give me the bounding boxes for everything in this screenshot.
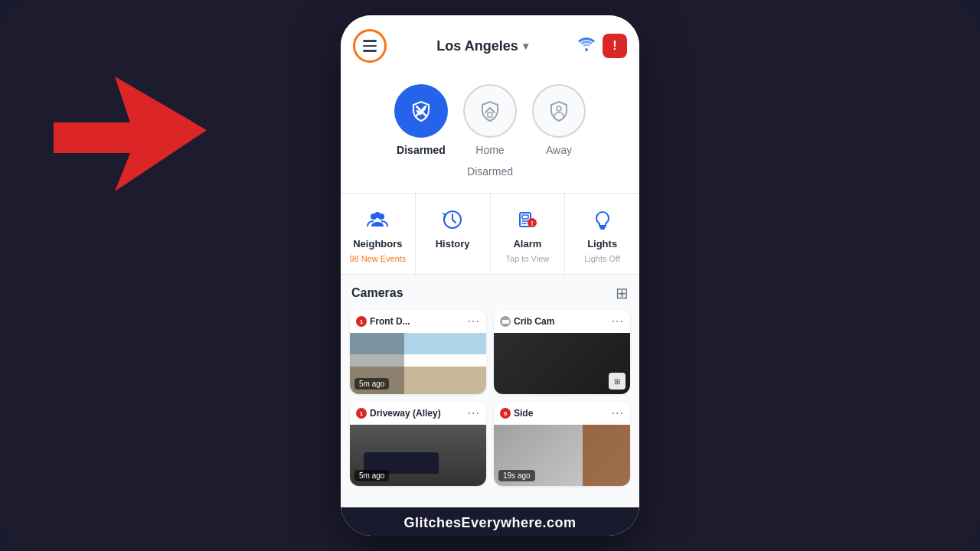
camera-driveway-thumb: 5m ago xyxy=(350,425,486,486)
camera-overlay-icon: ⊞ xyxy=(609,373,626,390)
location-text: Los Angeles xyxy=(436,38,518,54)
side-fence xyxy=(583,425,630,486)
cameras-grid: 1 Front D... ··· 5m ago xyxy=(350,310,630,486)
grid-view-icon[interactable]: ⊞ xyxy=(616,284,629,302)
quick-actions-bar: Neighbors 98 New Events History xyxy=(341,194,639,275)
alarm-icon: ! xyxy=(514,206,541,233)
front-door-time: 5m ago xyxy=(354,378,389,390)
menu-line-3 xyxy=(363,50,377,52)
away-circle xyxy=(532,84,586,138)
mode-away[interactable]: Away xyxy=(532,84,586,156)
svg-point-10 xyxy=(374,212,381,218)
camera-front-door-header: 1 Front D... ··· xyxy=(350,310,486,333)
svg-point-7 xyxy=(557,106,561,111)
camera-driveway[interactable]: 1 Driveway (Alley) ··· 5m ago xyxy=(350,402,486,486)
driveway-time: 5m ago xyxy=(354,470,389,481)
side-time: 19s ago xyxy=(498,470,535,481)
camera-driveway-name-row: 1 Driveway (Alley) xyxy=(356,408,441,419)
history-icon xyxy=(439,206,466,233)
svg-rect-6 xyxy=(488,112,492,117)
phone-frame: Los Angeles ▾ ! xyxy=(341,15,639,536)
camera-crib-cam-dot xyxy=(500,316,511,327)
hamburger-icon xyxy=(363,40,377,52)
header-icons: ! xyxy=(578,34,627,58)
svg-point-1 xyxy=(585,48,588,51)
camera-side-dot: 9 xyxy=(500,408,511,419)
menu-button[interactable] xyxy=(353,29,387,63)
history-action[interactable]: History xyxy=(416,194,491,274)
camera-front-door-thumb: 5m ago xyxy=(350,333,486,394)
camera-crib-cam[interactable]: Crib Cam ··· ⊞ xyxy=(494,310,630,394)
camera-front-door-dot: 1 xyxy=(356,316,367,327)
mode-home[interactable]: Home xyxy=(463,84,517,156)
camera-crib-cam-thumb: ⊞ xyxy=(494,333,630,394)
disarmed-circle xyxy=(394,84,448,138)
app-header: Los Angeles ▾ ! xyxy=(341,15,639,72)
camera-side-name-row: 9 Side xyxy=(500,408,533,419)
camera-front-door-more[interactable]: ··· xyxy=(468,315,480,328)
location-selector[interactable]: Los Angeles ▾ xyxy=(436,38,528,54)
camera-side-more[interactable]: ··· xyxy=(612,406,624,420)
camera-driveway-label: Driveway (Alley) xyxy=(370,408,441,419)
alert-icon[interactable]: ! xyxy=(603,34,627,58)
away-label: Away xyxy=(546,144,572,156)
camera-side-thumb: 19s ago xyxy=(494,425,630,486)
camera-side[interactable]: 9 Side ··· 19s ago xyxy=(494,402,630,486)
neighbors-icon xyxy=(364,206,391,233)
menu-line-2 xyxy=(363,45,377,47)
camera-side-label: Side xyxy=(514,408,533,419)
watermark-text: GlitchesEverywhere.com xyxy=(403,515,576,530)
alarm-sub: Tap to View xyxy=(506,254,550,263)
neighbors-action[interactable]: Neighbors 98 New Events xyxy=(341,194,416,274)
neighbors-label: Neighbors xyxy=(353,238,402,249)
camera-front-door-label: Front D... xyxy=(370,316,410,327)
neighbors-sub: 98 New Events xyxy=(349,254,406,263)
alarm-action[interactable]: ! Alarm Tap to View xyxy=(491,194,566,274)
cameras-section: Cameras ⊞ 1 Front D... ··· xyxy=(341,275,639,507)
modes-row: Disarmed Home xyxy=(356,84,624,156)
menu-line-1 xyxy=(363,40,377,42)
camera-side-header: 9 Side ··· xyxy=(494,402,630,425)
bottom-bar: GlitchesEverywhere.com xyxy=(341,507,639,536)
chevron-down-icon: ▾ xyxy=(523,40,528,52)
red-arrow xyxy=(38,61,253,217)
cameras-header: Cameras ⊞ xyxy=(350,284,630,302)
lights-label: Lights xyxy=(587,238,617,249)
svg-marker-0 xyxy=(54,77,207,191)
camera-driveway-header: 1 Driveway (Alley) ··· xyxy=(350,402,486,425)
camera-front-door-name-row: 1 Front D... xyxy=(356,316,410,327)
alarm-label: Alarm xyxy=(513,238,541,249)
camera-crib-cam-label: Crib Cam xyxy=(514,316,554,327)
camera-driveway-dot: 1 xyxy=(356,408,367,419)
mode-disarmed[interactable]: Disarmed xyxy=(394,84,448,156)
home-label: Home xyxy=(475,144,504,156)
background: Los Angeles ▾ ! xyxy=(0,0,980,551)
camera-crib-cam-header: Crib Cam ··· xyxy=(494,310,630,333)
disarmed-label: Disarmed xyxy=(397,144,446,156)
lights-icon xyxy=(589,206,616,233)
camera-crib-cam-more[interactable]: ··· xyxy=(612,315,624,328)
lights-sub: Lights Off xyxy=(584,254,620,263)
signal-icon[interactable] xyxy=(578,37,595,55)
camera-driveway-more[interactable]: ··· xyxy=(468,406,480,420)
lights-action[interactable]: Lights Lights Off xyxy=(565,194,639,274)
cameras-title: Cameras xyxy=(351,286,403,300)
camera-front-door[interactable]: 1 Front D... ··· 5m ago xyxy=(350,310,486,394)
status-text: Disarmed xyxy=(356,165,624,178)
svg-text:!: ! xyxy=(531,220,533,227)
history-label: History xyxy=(436,238,470,249)
camera-crib-cam-name-row: Crib Cam xyxy=(500,316,554,327)
svg-rect-13 xyxy=(522,215,528,219)
home-circle xyxy=(463,84,517,138)
security-modes-section: Disarmed Home xyxy=(341,72,639,194)
